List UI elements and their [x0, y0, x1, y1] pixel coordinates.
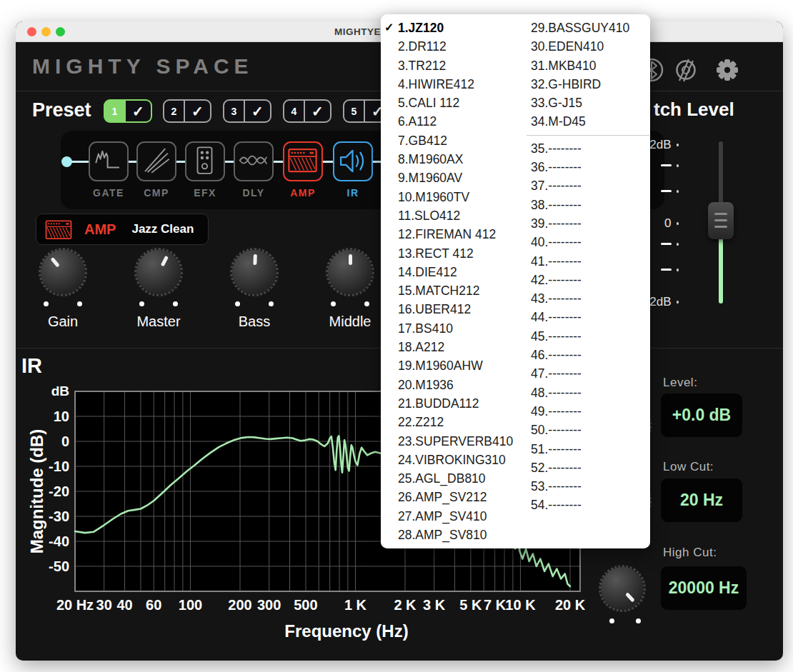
close-window-button[interactable]	[27, 27, 36, 36]
master-knob[interactable]: Master	[134, 248, 183, 296]
knob-label: Gain	[20, 314, 106, 330]
knob-max-dot	[636, 618, 641, 623]
dropdown-item[interactable]: 53.--------	[531, 477, 645, 496]
dropdown-item[interactable]: 39.--------	[531, 214, 645, 233]
dropdown-item[interactable]: 32.G-HBIRD	[531, 75, 645, 94]
chain-module-cmp[interactable]	[136, 141, 176, 181]
dropdown-item[interactable]: 10.M1960TV	[398, 188, 523, 206]
dropdown-item[interactable]: 14.DIE412	[398, 263, 523, 281]
knob-min-dot	[44, 301, 49, 306]
dropdown-item[interactable]: 9.M1960AV	[398, 169, 523, 187]
dropdown-item[interactable]: 16.UBER412	[398, 300, 523, 319]
dropdown-item[interactable]: 40.--------	[531, 233, 645, 251]
svg-text:-50: -50	[49, 558, 69, 574]
chain-module-gate[interactable]	[89, 141, 129, 181]
dropdown-item[interactable]: 29.BASSGUY410	[531, 19, 645, 37]
ir-cabinet-dropdown-menu: 1.JZ120✓2.DR1123.TR2124.HIWIRE4125.CALI …	[381, 14, 650, 548]
dropdown-item[interactable]: 6.A112	[398, 112, 523, 131]
preset-label: Preset	[32, 99, 91, 121]
knob-label: Middle	[307, 314, 393, 330]
dropdown-item[interactable]: 35.--------	[531, 139, 645, 158]
patch-level-slider-handle[interactable]	[708, 202, 734, 239]
dropdown-item[interactable]: 37.--------	[531, 176, 645, 195]
dropdown-item[interactable]: 23.SUPERVERB410	[398, 432, 523, 451]
dropdown-item[interactable]: 31.MKB410	[531, 56, 645, 75]
dropdown-item[interactable]: 15.MATCH212	[398, 281, 523, 300]
brand-logo: MIGHTY SPACE	[32, 54, 254, 79]
minimize-window-button[interactable]	[41, 27, 51, 36]
dropdown-item[interactable]: 46.--------	[531, 346, 645, 364]
zoom-window-button[interactable]	[56, 27, 65, 36]
chain-module-efx[interactable]	[185, 141, 225, 181]
dropdown-item[interactable]: 44.--------	[531, 308, 645, 326]
gate-icon	[90, 143, 126, 179]
dropdown-item[interactable]: 28.AMP_SV810	[398, 526, 523, 544]
dropdown-item[interactable]: 48.--------	[531, 383, 645, 402]
gain-knob[interactable]: Gain	[39, 248, 87, 296]
amp-chip-tag: AMP	[84, 221, 116, 238]
preset-slot-2[interactable]: 2✓	[163, 99, 211, 123]
dropdown-item[interactable]: 33.G-J15	[531, 94, 645, 112]
ir-level-label: Level:	[663, 376, 697, 390]
dropdown-item[interactable]: 36.--------	[531, 158, 645, 176]
dropdown-item[interactable]: 50.--------	[531, 421, 645, 439]
knob-label: Master	[116, 314, 201, 330]
dropdown-item[interactable]: 49.--------	[531, 402, 645, 421]
ir-highcut-knob[interactable]	[599, 565, 646, 612]
dropdown-item[interactable]: 11.SLO412	[398, 206, 523, 225]
svg-text:200: 200	[228, 597, 251, 613]
dropdown-item[interactable]: 51.--------	[531, 440, 645, 458]
dropdown-item[interactable]: 54.--------	[531, 496, 645, 514]
preset-check-icon: ✓	[126, 101, 151, 121]
dropdown-item[interactable]: 41.--------	[531, 252, 645, 271]
dropdown-item[interactable]: 7.GB412	[398, 131, 523, 150]
chain-module-dly[interactable]	[234, 141, 274, 181]
dropdown-item[interactable]: 47.--------	[531, 364, 645, 383]
dropdown-item[interactable]: 4.HIWIRE412	[398, 75, 523, 94]
dropdown-item[interactable]: 38.--------	[531, 196, 645, 214]
dropdown-item[interactable]: 26.AMP_SV212	[398, 488, 523, 506]
dropdown-item[interactable]: 25.AGL_DB810	[398, 469, 523, 488]
svg-text:Magnitude (dB): Magnitude (dB)	[27, 429, 46, 554]
efx-icon	[186, 143, 223, 179]
preset-slot-3[interactable]: 3✓	[223, 99, 271, 123]
preset-slot-1[interactable]: 1✓	[104, 99, 152, 123]
dropdown-item[interactable]: 21.BUDDA112	[398, 394, 523, 413]
knob-max-dot	[364, 301, 369, 306]
settings-gear-icon[interactable]	[714, 57, 740, 83]
dropdown-item[interactable]: 19.M1960AHW	[398, 356, 523, 375]
dropdown-item[interactable]: 18.A212	[398, 338, 523, 356]
dropdown-item[interactable]: 52.--------	[531, 458, 645, 477]
chain-module-ir[interactable]	[333, 141, 373, 181]
knob-max-dot	[269, 301, 274, 306]
ir-highcut-value[interactable]: 20000 Hz	[661, 566, 747, 610]
chain-module-amp[interactable]	[283, 141, 323, 181]
preset-slot-4[interactable]: 4✓	[283, 99, 331, 123]
ir-level-value[interactable]: +0.0 dB	[661, 393, 742, 437]
middle-knob[interactable]: Middle	[326, 248, 374, 296]
dropdown-item[interactable]: 2.DR112	[398, 37, 523, 56]
dropdown-item[interactable]: 45.--------	[531, 327, 645, 346]
cmp-icon	[138, 143, 174, 179]
dropdown-item[interactable]: 1.JZ120✓	[398, 19, 523, 37]
svg-text:10: 10	[54, 408, 69, 424]
dropdown-item[interactable]: 34.M-D45	[531, 112, 645, 131]
dropdown-item[interactable]: 43.--------	[531, 289, 645, 308]
dropdown-item[interactable]: 17.BS410	[398, 319, 523, 338]
dropdown-item[interactable]: 22.Z212	[398, 413, 523, 431]
dropdown-item[interactable]: 24.VIBROKING310	[398, 451, 523, 469]
dropdown-item[interactable]: 42.--------	[531, 271, 645, 289]
bass-knob[interactable]: Bass	[230, 248, 279, 296]
dropdown-item[interactable]: 20.M1936	[398, 376, 523, 394]
dropdown-item[interactable]: 30.EDEN410	[531, 37, 645, 56]
dropdown-item[interactable]: 3.TR212	[398, 56, 523, 75]
chain-module-label: AMP	[278, 187, 328, 199]
dropdown-item[interactable]: 8.M1960AX	[398, 150, 523, 169]
svg-text:10 K: 10 K	[505, 597, 536, 613]
dropdown-item[interactable]: 13.RECT 412	[398, 244, 523, 263]
tuner-icon[interactable]	[673, 57, 699, 83]
ir-lowcut-value[interactable]: 20 Hz	[661, 478, 742, 522]
dropdown-item[interactable]: 12.FIREMAN 412	[398, 225, 523, 244]
dropdown-item[interactable]: 27.AMP_SV410	[398, 507, 523, 526]
dropdown-item[interactable]: 5.CALI 112	[398, 94, 523, 112]
